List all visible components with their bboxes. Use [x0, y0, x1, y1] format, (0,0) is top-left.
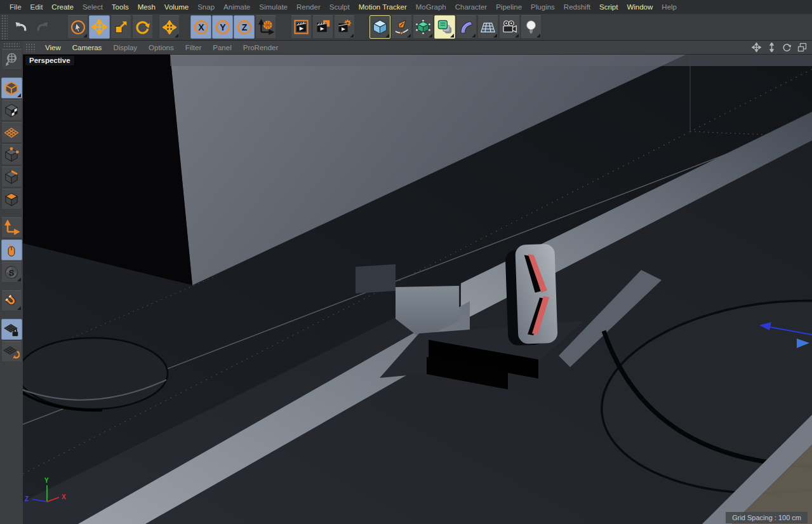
flyout-triangle — [450, 34, 454, 37]
polygons-mode-icon — [3, 191, 20, 208]
render-picture-viewer-icon — [314, 18, 331, 36]
undo-icon — [13, 19, 29, 36]
move-tool-button[interactable] — [89, 15, 110, 39]
last-used-tool-button[interactable] — [159, 15, 180, 39]
cinema4d-window: File Edit Create Select Tools Mesh Volum… — [0, 0, 812, 524]
viewport-solo-button[interactable]: S — [1, 262, 22, 283]
svg-text:X: X — [198, 22, 204, 32]
live-selection-button[interactable] — [67, 15, 88, 39]
menu-plugins[interactable]: Plugins — [526, 3, 559, 11]
palette-drag-handle[interactable] — [3, 43, 20, 48]
viewport-menu-cameras[interactable]: Cameras — [67, 44, 108, 51]
menu-mesh[interactable]: Mesh — [133, 3, 160, 11]
workplane-mode-button[interactable] — [1, 122, 22, 143]
menu-edit[interactable]: Edit — [26, 3, 48, 11]
texture-mode-button[interactable] — [1, 100, 22, 121]
redo-button[interactable] — [32, 15, 53, 39]
flyout-triangle — [429, 34, 432, 37]
lock-workplane-button[interactable] — [1, 319, 22, 340]
menu-volume[interactable]: Volume — [160, 3, 193, 11]
viewport-drag-handle[interactable] — [25, 43, 36, 52]
make-editable-button[interactable] — [1, 49, 22, 70]
x-axis-lock-icon: X — [193, 19, 210, 36]
camera-view-label: Perspective — [25, 56, 74, 65]
toolbar-drag-handle[interactable] — [1, 15, 8, 40]
camera-icon — [501, 18, 518, 36]
svg-text:S: S — [9, 267, 15, 277]
viewport-menu-options[interactable]: Options — [143, 44, 180, 51]
lock-x-axis-button[interactable]: X — [190, 15, 211, 39]
rounded-slab-with-red-stripes[interactable] — [505, 244, 557, 346]
menu-simulate[interactable]: Simulate — [255, 3, 292, 11]
snapping-button[interactable] — [1, 290, 22, 311]
viewport-menu-filter[interactable]: Filter — [180, 44, 208, 51]
viewport-zoom-icon[interactable] — [767, 43, 776, 52]
flyout-triangle — [350, 34, 354, 37]
polygons-mode-button[interactable] — [1, 189, 22, 210]
edges-mode-button[interactable] — [1, 166, 22, 187]
viewport-toggle-layout-icon[interactable] — [797, 43, 807, 52]
edges-mode-icon — [3, 169, 20, 185]
z-axis-lock-icon: Z — [236, 19, 253, 36]
y-axis-lock-icon: Y — [215, 19, 231, 36]
menu-sculpt[interactable]: Sculpt — [325, 3, 354, 11]
menu-redshift[interactable]: Redshift — [559, 3, 595, 11]
menu-snap[interactable]: Snap — [193, 3, 219, 11]
lock-y-axis-button[interactable]: Y — [212, 15, 233, 39]
menu-animate[interactable]: Animate — [219, 3, 255, 11]
viewport-menu-view[interactable]: View — [39, 44, 67, 51]
render-to-picture-viewer-button[interactable] — [312, 15, 333, 39]
floor-object-button[interactable] — [477, 15, 498, 39]
viewport-pan-icon[interactable] — [752, 43, 761, 52]
curb-step-face[interactable] — [356, 264, 396, 293]
camera-object-button[interactable] — [499, 15, 520, 39]
flyout-triangle — [472, 34, 476, 37]
light-object-button[interactable] — [521, 15, 542, 39]
coordinate-system-icon — [258, 19, 274, 36]
menu-window[interactable]: Window — [622, 3, 657, 11]
viewport-menu-panel[interactable]: Panel — [207, 44, 237, 51]
points-mode-button[interactable] — [1, 144, 22, 165]
scale-tool-button[interactable] — [110, 15, 131, 39]
flyout-triangle — [175, 34, 178, 37]
mouse-icon — [3, 242, 20, 259]
workplane-transform-button[interactable] — [1, 341, 22, 362]
svg-text:Z: Z — [241, 22, 247, 32]
viewport-rotate-icon[interactable] — [782, 43, 792, 52]
menu-mograph[interactable]: MoGraph — [411, 3, 451, 11]
flyout-triangle — [83, 34, 87, 37]
light-bulb-icon — [522, 18, 540, 36]
flyout-triangle — [385, 34, 389, 37]
subdivision-surface-button[interactable] — [413, 15, 434, 39]
tweak-mode-button[interactable] — [1, 239, 22, 260]
viewport-canvas[interactable]: Y X Z Perspective Grid Spacing : 100 cm — [23, 55, 812, 524]
lock-workplane-icon — [3, 321, 20, 338]
menu-pipeline[interactable]: Pipeline — [491, 3, 526, 11]
render-view-button[interactable] — [291, 15, 312, 39]
menu-select[interactable]: Select — [78, 3, 107, 11]
make-editable-globe-icon — [3, 51, 20, 68]
lock-z-axis-button[interactable]: Z — [234, 15, 255, 39]
coordinate-system-button[interactable] — [255, 15, 276, 39]
bend-deformer-button[interactable] — [456, 15, 477, 39]
undo-button[interactable] — [10, 15, 31, 39]
model-mode-button[interactable] — [1, 77, 22, 98]
rotate-tool-button[interactable] — [132, 15, 153, 39]
viewport-menu-prorender[interactable]: ProRender — [237, 44, 284, 51]
spline-pen-button[interactable] — [391, 15, 412, 39]
add-cube-button[interactable] — [369, 15, 390, 39]
menu-help[interactable]: Help — [657, 3, 681, 11]
edit-render-settings-button[interactable] — [334, 15, 355, 39]
menu-script[interactable]: Script — [595, 3, 622, 11]
viewport-menu-display[interactable]: Display — [107, 44, 143, 51]
menu-motion-tracker[interactable]: Motion Tracker — [354, 3, 411, 11]
menu-render[interactable]: Render — [292, 3, 325, 11]
array-tool-button[interactable] — [434, 15, 455, 39]
enable-axis-button[interactable] — [1, 217, 22, 238]
enable-axis-icon — [3, 220, 20, 236]
menu-tools[interactable]: Tools — [107, 3, 133, 11]
move-icon — [163, 20, 176, 34]
menu-file[interactable]: File — [5, 3, 26, 11]
menu-character[interactable]: Character — [451, 3, 492, 11]
menu-create[interactable]: Create — [47, 3, 78, 11]
